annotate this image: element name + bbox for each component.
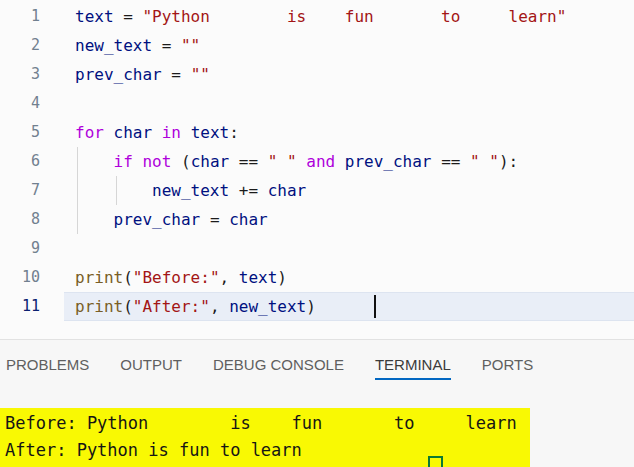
code-line[interactable]: 3prev_char = "" [0,60,634,89]
line-number: 10 [0,263,40,292]
code-text: print("After:", new_text) [75,292,316,321]
code-text: new_text += char [75,176,306,205]
line-number: 5 [0,118,40,147]
line-number: 1 [0,2,40,31]
code-text: for char in text: [75,118,239,147]
tab-problems[interactable]: PROBLEMS [6,356,89,380]
code-text: prev_char = "" [75,60,210,89]
line-number: 3 [0,60,40,89]
line-number: 11 [0,292,40,321]
code-line[interactable]: 9 [0,234,634,263]
line-number: 6 [0,147,40,176]
terminal-line-after: After: Python is fun to learn [0,437,530,464]
code-text: print("Before:", text) [75,263,287,292]
code-text: text = "Python is fun to learn" [75,2,566,31]
terminal-block-cursor-icon [428,456,443,467]
panel-tab-bar: PROBLEMS OUTPUT DEBUG CONSOLE TERMINAL P… [0,340,634,380]
editor-caret [374,295,376,318]
code-line[interactable]: 4 [0,89,634,118]
code-line[interactable]: 1text = "Python is fun to learn" [0,2,634,31]
code-line[interactable]: 5for char in text: [0,118,634,147]
terminal-selection-highlight: Before: Python is fun to learn After: Py… [0,408,530,467]
terminal-output[interactable]: Before: Python is fun to learn After: Py… [0,408,634,467]
code-text: new_text = "" [75,31,200,60]
code-line[interactable]: 8 prev_char = char [0,205,634,234]
line-number: 9 [0,234,40,263]
code-text: prev_char = char [75,205,268,234]
line-number: 8 [0,205,40,234]
tab-output[interactable]: OUTPUT [120,356,182,380]
tab-terminal[interactable]: TERMINAL [375,356,451,380]
terminal-line-before: Before: Python is fun to learn [0,410,530,437]
line-number: 7 [0,176,40,205]
code-text: if not (char == " " and prev_char == " "… [75,147,518,176]
code-line[interactable]: 11print("After:", new_text) [0,292,634,321]
code-line[interactable]: 2new_text = "" [0,31,634,60]
code-line[interactable]: 7 new_text += char [0,176,634,205]
line-number: 4 [0,89,40,118]
code-editor[interactable]: 1text = "Python is fun to learn"2new_tex… [0,0,634,341]
tab-ports[interactable]: PORTS [482,356,533,380]
line-number: 2 [0,31,40,60]
code-line[interactable]: 6 if not (char == " " and prev_char == "… [0,147,634,176]
code-line[interactable]: 10print("Before:", text) [0,263,634,292]
tab-debug-console[interactable]: DEBUG CONSOLE [213,356,344,380]
